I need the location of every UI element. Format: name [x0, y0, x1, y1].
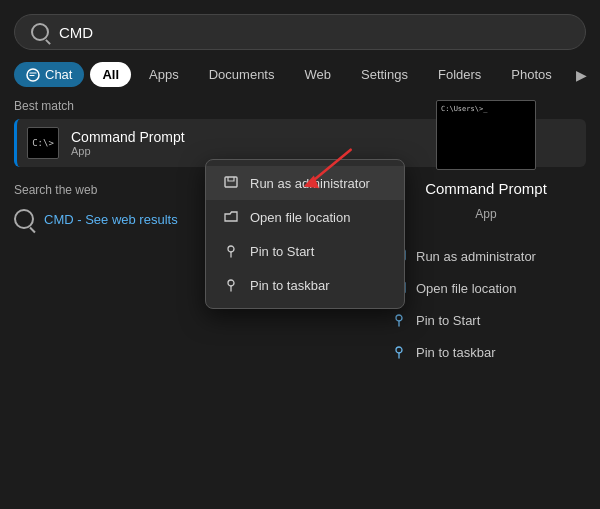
svg-point-2: [228, 246, 234, 252]
chat-icon: [26, 68, 40, 82]
search-icon: [31, 23, 49, 41]
filter-tabs: Chat All Apps Documents Web Settings Fol…: [0, 50, 600, 99]
match-info: Command Prompt App: [71, 129, 185, 157]
tab-photos[interactable]: Photos: [499, 62, 563, 87]
web-search-icon: [14, 209, 34, 229]
tab-all[interactable]: All: [90, 62, 131, 87]
tab-settings[interactable]: Settings: [349, 62, 420, 87]
tab-folders[interactable]: Folders: [426, 62, 493, 87]
right-pin-taskbar[interactable]: Pin to taskbar: [386, 336, 586, 368]
play-button[interactable]: ▶: [570, 62, 593, 88]
svg-rect-1: [225, 177, 237, 187]
context-pin-start[interactable]: Pin to Start: [206, 234, 404, 268]
svg-point-3: [228, 280, 234, 286]
svg-point-6: [396, 315, 402, 321]
match-type: App: [71, 145, 185, 157]
context-open-location[interactable]: Open file location: [206, 200, 404, 234]
tab-chat[interactable]: Chat: [14, 62, 84, 87]
right-run-admin[interactable]: Run as administrator: [386, 240, 586, 272]
right-pin-start-icon: [390, 311, 408, 329]
svg-point-7: [396, 347, 402, 353]
tab-documents[interactable]: Documents: [197, 62, 287, 87]
right-pin-start[interactable]: Pin to Start: [386, 304, 586, 336]
folder-icon: [222, 208, 240, 226]
pin-taskbar-icon: [222, 276, 240, 294]
right-open-location[interactable]: Open file location: [386, 272, 586, 304]
tab-apps[interactable]: Apps: [137, 62, 191, 87]
match-name: Command Prompt: [71, 129, 185, 145]
search-bar[interactable]: CMD: [14, 14, 586, 50]
cmd-preview: C:\Users\>_: [436, 100, 536, 170]
right-panel: C:\Users\>_ Command Prompt App: [386, 100, 586, 221]
shield-icon: [222, 174, 240, 192]
pin-start-icon: [222, 242, 240, 260]
cmd-icon-small: C:\>: [27, 127, 59, 159]
right-panel-type: App: [475, 207, 496, 221]
right-panel-name: Command Prompt: [425, 180, 547, 197]
tab-web[interactable]: Web: [292, 62, 343, 87]
web-search-text: CMD - See web results: [44, 212, 178, 227]
right-actions: Run as administrator Open file location …: [386, 240, 586, 368]
search-input-value: CMD: [59, 24, 569, 41]
context-pin-taskbar[interactable]: Pin to taskbar: [206, 268, 404, 302]
right-pin-taskbar-icon: [390, 343, 408, 361]
